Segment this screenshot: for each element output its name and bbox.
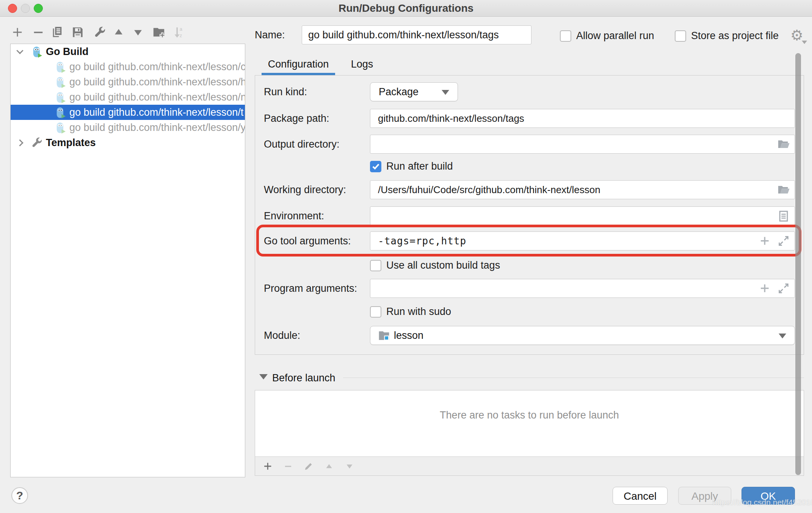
run-after-build-row[interactable]: Run after build: [370, 161, 453, 172]
working-directory-label: Working directory:: [264, 180, 346, 199]
name-label: Name:: [255, 25, 285, 44]
working-directory-input[interactable]: [370, 180, 795, 199]
chevron-down-icon: [442, 90, 449, 95]
run-debug-configurations-dialog: Run/Debug Configurations a z: [0, 0, 812, 513]
allow-parallel-run-label: Allow parallel run: [576, 30, 654, 42]
move-down-icon[interactable]: [131, 25, 145, 39]
tree-item-label: go build github.com/think-next/lesson/n: [69, 91, 245, 103]
chevron-down-icon: [779, 334, 786, 338]
tab-configuration[interactable]: Configuration: [262, 55, 335, 73]
run-after-build-checkbox[interactable]: [370, 161, 381, 172]
go-run-config-icon: [53, 105, 67, 119]
allow-parallel-run-checkbox[interactable]: [560, 30, 571, 42]
add-macro-plus-icon[interactable]: [758, 282, 771, 295]
environment-input[interactable]: [370, 206, 795, 225]
run-kind-dropdown[interactable]: Package: [370, 82, 458, 101]
tree-item-label: go build github.com/think-next/lesson/t: [69, 107, 243, 118]
browse-folder-icon[interactable]: [777, 137, 790, 151]
package-path-label: Package path:: [264, 109, 329, 128]
new-folder-icon[interactable]: [152, 25, 166, 39]
expand-field-icon[interactable]: [777, 282, 790, 295]
environment-field[interactable]: [370, 206, 795, 225]
tree-item-label: go build github.com/think-next/lesson/c: [69, 61, 245, 73]
go-build-icon: [30, 45, 44, 58]
store-as-project-file-row[interactable]: Store as project file: [675, 30, 779, 42]
go-run-config-icon: [53, 60, 67, 74]
browse-folder-icon[interactable]: [777, 183, 790, 197]
use-all-custom-build-tags-checkbox[interactable]: [370, 260, 381, 271]
run-kind-value: Package: [379, 86, 419, 98]
run-after-build-label: Run after build: [386, 161, 453, 172]
environment-variables-list-icon[interactable]: [777, 209, 790, 223]
tree-item-run-config[interactable]: go build github.com/think-next/lesson/y: [11, 120, 245, 135]
go-tool-arguments-field[interactable]: [370, 231, 795, 250]
tree-node-go-build[interactable]: Go Build: [11, 44, 245, 59]
tree-node-templates[interactable]: Templates: [11, 135, 245, 150]
expand-field-icon[interactable]: [777, 234, 790, 248]
store-as-project-file-checkbox[interactable]: [675, 30, 686, 42]
go-tool-arguments-input[interactable]: [370, 231, 795, 250]
tree-node-label: Go Build: [46, 46, 88, 58]
tree-node-label: Templates: [46, 137, 96, 149]
package-path-field[interactable]: [370, 109, 795, 128]
output-directory-field[interactable]: [370, 135, 795, 154]
tree-item-run-config[interactable]: go build github.com/think-next/lesson/h: [11, 74, 245, 90]
tree-item-run-config[interactable]: go build github.com/think-next/lesson/c: [11, 59, 245, 74]
vertical-scrollbar[interactable]: [795, 53, 801, 475]
save-configuration-icon[interactable]: [71, 25, 85, 39]
use-all-custom-build-tags-row[interactable]: Use all custom build tags: [370, 260, 500, 271]
cancel-button[interactable]: Cancel: [613, 487, 668, 505]
tree-item-label: go build github.com/think-next/lesson/h: [69, 76, 245, 88]
tab-logs[interactable]: Logs: [340, 55, 384, 73]
program-arguments-label: Program arguments:: [264, 279, 357, 298]
configurations-tree: Go Build go build github.com/think-next/…: [10, 44, 245, 477]
add-task-icon[interactable]: [262, 461, 273, 472]
environment-label: Environment:: [264, 206, 324, 225]
edit-defaults-wrench-icon[interactable]: [92, 25, 107, 39]
tree-item-run-config[interactable]: go build github.com/think-next/lesson/n: [11, 90, 245, 105]
gear-icon[interactable]: ⚙: [788, 27, 806, 44]
run-kind-label: Run kind:: [264, 82, 307, 101]
move-task-up-icon: [323, 461, 335, 472]
allow-parallel-run-row[interactable]: Allow parallel run: [560, 30, 654, 42]
before-launch-empty-message: There are no tasks to run before launch: [255, 409, 804, 421]
go-run-config-icon: [53, 121, 67, 134]
program-arguments-field[interactable]: [370, 279, 795, 298]
module-icon: [377, 329, 391, 342]
working-directory-field[interactable]: [370, 180, 795, 199]
add-macro-plus-icon[interactable]: [758, 234, 771, 248]
output-directory-input[interactable]: [370, 135, 795, 154]
sort-alphabetically-icon: a z: [171, 25, 186, 39]
store-as-project-file-label: Store as project file: [691, 30, 779, 42]
help-button[interactable]: ?: [11, 487, 28, 504]
tree-item-label: go build github.com/think-next/lesson/y: [69, 122, 245, 134]
module-label: Module:: [264, 326, 300, 345]
before-launch-divider: [343, 378, 804, 378]
before-launch-title: Before launch: [272, 370, 335, 386]
remove-task-icon: [282, 461, 294, 472]
run-with-sudo-checkbox[interactable]: [370, 306, 381, 318]
output-directory-label: Output directory:: [264, 135, 340, 154]
package-path-input[interactable]: [370, 109, 795, 128]
before-launch-collapse-icon[interactable]: [259, 374, 268, 379]
titlebar: Run/Debug Configurations: [0, 0, 812, 17]
gear-dropdown-arrow-icon: [802, 41, 807, 44]
run-with-sudo-row[interactable]: Run with sudo: [370, 306, 451, 318]
wrench-icon: [30, 136, 44, 149]
move-up-icon[interactable]: [111, 25, 126, 39]
program-arguments-input[interactable]: [370, 279, 795, 298]
tree-item-run-config-selected[interactable]: go build github.com/think-next/lesson/t: [11, 105, 245, 120]
go-run-config-icon: [53, 90, 67, 104]
name-input[interactable]: [302, 25, 531, 44]
remove-configuration-icon[interactable]: [31, 25, 45, 39]
chevron-right-icon[interactable]: [16, 139, 23, 146]
use-all-custom-build-tags-label: Use all custom build tags: [386, 260, 500, 271]
add-configuration-icon[interactable]: [10, 25, 25, 39]
module-dropdown[interactable]: lesson: [370, 326, 795, 345]
svg-text:a: a: [180, 26, 183, 32]
chevron-down-icon[interactable]: [16, 47, 23, 54]
copy-configuration-icon[interactable]: [50, 25, 64, 39]
go-tool-arguments-label: Go tool arguments:: [264, 231, 351, 250]
before-launch-toolbar: [255, 456, 804, 475]
move-task-down-icon: [344, 461, 355, 472]
